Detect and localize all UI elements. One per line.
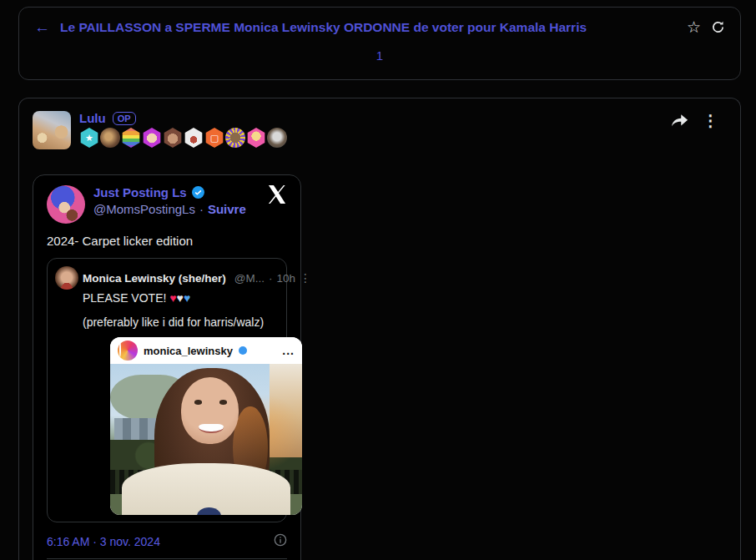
quoted-tweet-card: Monica Lewinsky (she/her) @M... · 10h ⋮ … (47, 258, 287, 522)
red-heart-icon: ♥ (169, 291, 176, 305)
tweet-author-handle[interactable]: @MomsPostingLs (93, 202, 195, 216)
op-badge: OP (113, 112, 136, 125)
quoted-text: PLEASE VOTE! ♥♥♥ (83, 291, 277, 305)
instagram-avatar (119, 341, 121, 357)
author-name[interactable]: Lulu (79, 111, 106, 125)
divider (47, 558, 287, 559)
refresh-icon[interactable] (711, 20, 725, 34)
orange-logo-badge-icon: ▢ (204, 128, 224, 148)
tweet-timestamp[interactable]: 6:16 AM · 3 nov. 2024 (47, 535, 160, 548)
chef-badge-icon (184, 128, 204, 148)
baby-badge-icon (142, 128, 162, 148)
award-badges-row: ★ ▢ (79, 128, 287, 148)
quoted-author-handle: @M... (234, 272, 265, 285)
instagram-username: monica_lewinsky (144, 345, 233, 357)
instagram-header: monica_lewinsky ... (110, 337, 302, 364)
sunburst-badge-icon (225, 128, 245, 148)
quoted-author-avatar[interactable] (55, 266, 78, 290)
thread-header-card: ← Le PAILLASSON a SPERME Monica Lewinsky… (18, 7, 741, 80)
quoted-timestamp: 10h (277, 272, 296, 285)
white-heart-icon: ♥ (177, 291, 184, 305)
tweet-author-avatar[interactable] (47, 185, 85, 224)
thread-title[interactable]: Le PAILLASSON a SPERME Monica Lewinsky O… (60, 20, 677, 35)
stars-badge-icon: ★ (79, 128, 99, 148)
separator-dot: · (269, 272, 273, 285)
bookmark-star-icon[interactable]: ☆ (687, 19, 701, 35)
mustache-man-badge-icon (163, 128, 183, 148)
tweet-author-name[interactable]: Just Posting Ls (93, 185, 187, 199)
rainbow-badge-icon (121, 128, 141, 148)
page: ← Le PAILLASSON a SPERME Monica Lewinsky… (0, 0, 756, 560)
follow-button[interactable]: Suivre (208, 202, 246, 216)
x-logo-icon[interactable] (267, 185, 287, 207)
tweet-embed-card: Just Posting Ls @MomsPostingLs · Suivre … (33, 174, 301, 560)
tweet-text: 2024- Carpet licker edition (47, 234, 287, 248)
photo-face (181, 377, 239, 444)
pagination-current-page[interactable]: 1 (19, 48, 740, 63)
info-icon[interactable] (274, 533, 287, 550)
photo-eye (219, 400, 227, 404)
post-menu-icon[interactable]: ⋮ (703, 111, 718, 130)
separator-dot: · (199, 202, 204, 216)
blue-heart-icon: ♥ (184, 291, 190, 305)
author-avatar[interactable] (33, 111, 71, 149)
portrait-badge-icon (267, 128, 287, 148)
instagram-menu-icon: ... (282, 344, 295, 357)
anime-girl-badge-icon (246, 128, 266, 148)
verified-badge-icon (191, 185, 205, 199)
share-icon[interactable] (671, 114, 688, 133)
instagram-verified-icon (239, 346, 247, 355)
instagram-story-ring (118, 341, 138, 361)
quoted-text-line2: (preferably like i did for harris/walz) (83, 315, 277, 329)
back-button[interactable]: ← (34, 19, 50, 35)
quoted-menu-icon[interactable]: ⋮ (300, 271, 311, 285)
selfie-photo (110, 364, 302, 515)
quoted-author-name[interactable]: Monica Lewinsky (she/her) (83, 272, 226, 285)
instagram-screenshot-media[interactable]: monica_lewinsky ... (110, 337, 302, 515)
post-card: Lulu OP ★ ▢ ⋮ Just Posting Ls (18, 98, 741, 560)
painting-badge-icon (100, 128, 120, 148)
